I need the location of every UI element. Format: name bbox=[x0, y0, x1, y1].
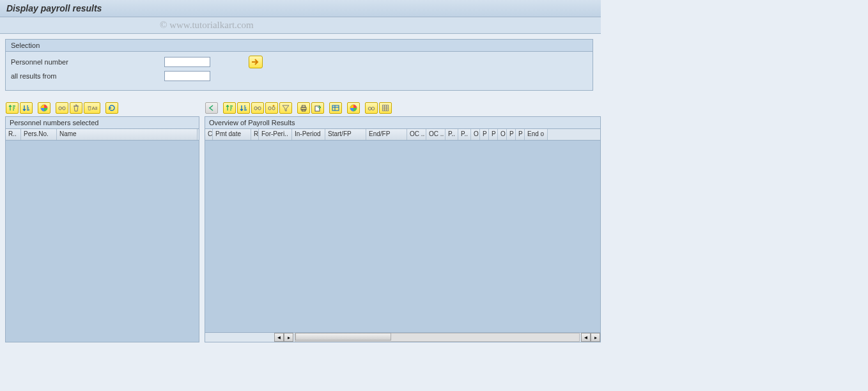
trash-icon bbox=[72, 104, 80, 112]
col-for-period[interactable]: For-Peri.. bbox=[259, 129, 292, 140]
selection-panel: Selection Personnel number all results f… bbox=[5, 39, 593, 91]
sort-ascending-button[interactable] bbox=[6, 102, 19, 114]
sort-asc-icon bbox=[226, 104, 233, 112]
svg-rect-2 bbox=[63, 107, 65, 110]
find-next-button[interactable] bbox=[265, 102, 278, 114]
col-persno[interactable]: Pers.No. bbox=[21, 129, 57, 140]
sort-desc-button[interactable] bbox=[237, 102, 250, 114]
filter-button[interactable] bbox=[279, 102, 292, 114]
svg-rect-1 bbox=[59, 107, 61, 110]
svg-rect-6 bbox=[272, 107, 275, 110]
right-toolbar bbox=[205, 101, 601, 115]
binoculars-icon bbox=[254, 104, 261, 112]
layout-button[interactable] bbox=[329, 102, 342, 114]
col-end-fp[interactable]: End/FP bbox=[366, 129, 407, 140]
scroll-left-left-button[interactable]: ◄ bbox=[274, 333, 284, 342]
col-oc1[interactable]: OC .. bbox=[407, 129, 426, 140]
col-p2[interactable]: P.. bbox=[458, 129, 471, 140]
variant-button[interactable] bbox=[347, 102, 360, 114]
display-variant-button[interactable] bbox=[38, 102, 50, 114]
col-name[interactable]: Name bbox=[57, 129, 198, 140]
app-subbar: © www.tutorialkart.com bbox=[0, 17, 601, 34]
export-icon bbox=[314, 104, 322, 112]
page-title: Display payroll results bbox=[0, 0, 601, 17]
color-wheel-icon bbox=[350, 104, 357, 112]
all-results-from-input[interactable] bbox=[164, 71, 210, 81]
col-end-of[interactable]: End o bbox=[525, 129, 548, 140]
back-button[interactable] bbox=[205, 102, 218, 114]
svg-rect-5 bbox=[268, 107, 271, 110]
sort-asc-button[interactable] bbox=[223, 102, 236, 114]
binoculars-icon bbox=[58, 104, 66, 112]
svg-point-14 bbox=[371, 107, 375, 111]
col-p6[interactable]: P bbox=[516, 129, 525, 140]
col-r[interactable]: R.. bbox=[6, 129, 21, 140]
svg-rect-4 bbox=[258, 107, 261, 110]
col-p5[interactable]: P bbox=[507, 129, 516, 140]
scroll-left-button[interactable]: ▸ bbox=[284, 333, 293, 342]
find-button-2[interactable] bbox=[251, 102, 264, 114]
print-button[interactable] bbox=[297, 102, 310, 114]
arrow-right-icon bbox=[251, 58, 260, 66]
export-button[interactable] bbox=[311, 102, 324, 114]
right-pane-header: Overview of Payroll Results bbox=[205, 116, 601, 128]
left-pane-header: Personnel numbers selected bbox=[5, 116, 199, 128]
scroll-right-right-button[interactable]: ▸ bbox=[591, 333, 600, 342]
watermark-text: © www.tutorialkart.com bbox=[160, 20, 254, 31]
personnel-number-label: Personnel number bbox=[11, 58, 164, 66]
personnel-grid[interactable]: R.. Pers.No. Name bbox=[5, 128, 199, 342]
col-in-period[interactable]: In-Period bbox=[292, 129, 325, 140]
layout-icon bbox=[332, 104, 339, 112]
all-label: All bbox=[92, 105, 98, 111]
left-toolbar: All bbox=[5, 101, 199, 115]
col-p1[interactable]: P.. bbox=[446, 129, 458, 140]
svg-rect-11 bbox=[332, 105, 339, 111]
display-button[interactable] bbox=[365, 102, 378, 114]
svg-rect-15 bbox=[383, 105, 389, 111]
col-oc2[interactable]: OC .. bbox=[426, 129, 446, 140]
filter-icon bbox=[282, 104, 290, 112]
sort-asc-icon bbox=[8, 104, 16, 112]
col-o1[interactable]: O bbox=[471, 129, 480, 140]
personnel-number-input[interactable] bbox=[164, 57, 210, 67]
grid-icon bbox=[382, 104, 389, 112]
all-results-from-label: all results from bbox=[11, 72, 164, 80]
glasses-icon bbox=[368, 104, 375, 112]
delete-button[interactable] bbox=[70, 102, 82, 114]
find-button[interactable] bbox=[56, 102, 68, 114]
scroll-track[interactable] bbox=[295, 333, 580, 342]
delete-all-button[interactable]: All bbox=[84, 102, 100, 114]
refresh-icon bbox=[108, 104, 116, 112]
refresh-button[interactable] bbox=[105, 102, 118, 114]
selection-header: Selection bbox=[6, 40, 593, 52]
col-c[interactable]: C bbox=[205, 129, 213, 140]
sort-descending-button[interactable] bbox=[20, 102, 33, 114]
svg-point-13 bbox=[368, 107, 371, 111]
sort-desc-icon bbox=[22, 104, 30, 112]
back-arrow-icon bbox=[208, 104, 215, 112]
printer-icon bbox=[300, 104, 307, 112]
binoculars-plus-icon bbox=[268, 104, 275, 112]
payroll-results-grid[interactable]: C Pmt date R For-Peri.. In-Period Start/… bbox=[205, 128, 601, 342]
svg-rect-8 bbox=[302, 105, 306, 107]
col-r2[interactable]: R bbox=[251, 129, 259, 140]
scroll-right-button[interactable]: ◄ bbox=[581, 333, 591, 342]
col-pmt-date[interactable]: Pmt date bbox=[213, 129, 251, 140]
multiple-selection-button[interactable] bbox=[249, 56, 263, 68]
trash-icon bbox=[87, 105, 92, 111]
scroll-thumb[interactable] bbox=[295, 333, 391, 341]
col-p4[interactable]: P bbox=[489, 129, 498, 140]
col-o2[interactable]: O bbox=[498, 129, 507, 140]
color-wheel-icon bbox=[40, 104, 48, 112]
horizontal-scrollbar: ◄ ▸ ◄ ▸ bbox=[205, 332, 600, 342]
col-start-fp[interactable]: Start/FP bbox=[325, 129, 366, 140]
svg-rect-3 bbox=[254, 107, 257, 110]
sort-desc-icon bbox=[240, 104, 247, 112]
col-p3[interactable]: P bbox=[480, 129, 489, 140]
svg-rect-10 bbox=[315, 106, 320, 111]
grid-button[interactable] bbox=[379, 102, 392, 114]
